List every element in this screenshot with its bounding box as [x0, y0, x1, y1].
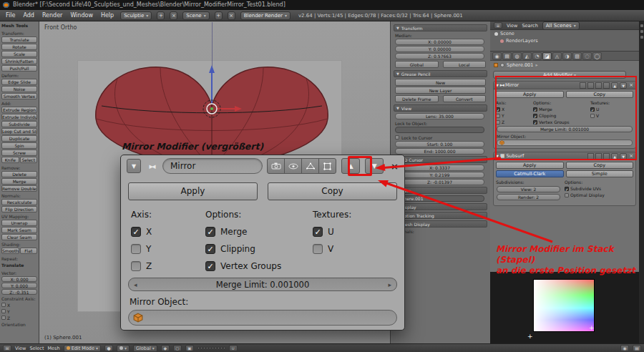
translate-button[interactable]: Translate: [1, 36, 37, 43]
merge-checkbox[interactable]: [205, 227, 215, 237]
spin-button[interactable]: Spin: [1, 142, 37, 149]
smooth-vertex-button[interactable]: Smooth Vertex: [1, 93, 37, 99]
knife-select-button[interactable]: Select: [20, 157, 38, 163]
render-engine-select[interactable]: Blender Render ▾: [240, 11, 291, 20]
mark-seam-button[interactable]: Mark Seam: [1, 227, 37, 233]
outliner-editor-icon[interactable]: ≡: [494, 22, 502, 29]
menu-render[interactable]: Render: [41, 12, 64, 19]
clip-start-slider[interactable]: Start: 0.100: [395, 141, 484, 147]
loop-cut-button[interactable]: Loop Cut and Slide: [1, 128, 37, 135]
screen-layout-select[interactable]: Sculptie ▾: [120, 11, 152, 20]
remove-doubles-button[interactable]: Remove Doubles: [1, 185, 37, 192]
axis-x-checkbox[interactable]: [131, 227, 141, 237]
viewport-toggle-icon[interactable]: [284, 158, 302, 174]
vertex-groups-checkbox[interactable]: [205, 261, 215, 271]
layers-grid[interactable]: [197, 347, 225, 349]
panel-header-translate[interactable]: Translate: [1, 262, 37, 269]
constraint-x-checkbox[interactable]: [1, 303, 6, 307]
apply-button[interactable]: Apply: [128, 182, 258, 200]
delete-scene-button[interactable]: ×: [228, 11, 235, 20]
simple-button[interactable]: Simple: [566, 170, 634, 177]
panel-header-mesh-display[interactable]: ▼Mesh Display: [394, 220, 487, 228]
outliner-row-scene[interactable]: Scene: [490, 30, 639, 37]
noise-button[interactable]: Noise: [1, 86, 37, 92]
copy-button[interactable]: Copy: [268, 182, 397, 200]
view-menu[interactable]: View: [15, 346, 26, 351]
delete-modifier-icon[interactable]: ×: [391, 161, 399, 172]
rotate-button[interactable]: Rotate: [1, 44, 37, 50]
transform-orientation-select[interactable]: Global ▾: [133, 345, 157, 352]
mode-select[interactable]: Edit Mode ▾: [64, 345, 101, 352]
render-level-slider[interactable]: Render: 2: [497, 194, 560, 200]
outliner-mode-select[interactable]: All Scenes ▾: [542, 21, 580, 30]
slider-right-icon[interactable]: ▸: [388, 281, 391, 288]
median-y-slider[interactable]: Y: 0.00000: [395, 46, 484, 52]
tab-texture[interactable]: ▨: [572, 52, 582, 60]
flip-direction-button[interactable]: Flip Direction: [1, 206, 37, 212]
viewport-shading-button[interactable]: ●: [104, 345, 113, 351]
editmode-toggle-icon[interactable]: [301, 158, 319, 174]
outliner-view-menu[interactable]: View: [507, 23, 517, 29]
item-name-field[interactable]: Sphere.001: [395, 195, 484, 202]
render-toggle-icon[interactable]: [267, 158, 285, 174]
local-button[interactable]: Local: [443, 61, 487, 68]
grease-new-button[interactable]: New: [395, 79, 486, 86]
unwrap-button[interactable]: Unwrap: [1, 220, 37, 226]
constraint-z-checkbox[interactable]: [1, 316, 6, 320]
copy-button[interactable]: Copy: [566, 162, 634, 169]
apply-button[interactable]: Apply: [496, 162, 564, 169]
cage-toggle-icon[interactable]: [318, 158, 336, 174]
scene-select[interactable]: Scene ▾: [182, 11, 209, 20]
select-menu[interactable]: Select: [29, 346, 44, 351]
panel-header-item[interactable]: ▼Item: [394, 187, 487, 194]
tab-world[interactable]: ◍: [512, 52, 522, 60]
menu-window[interactable]: Window: [69, 12, 94, 19]
tab-constraints[interactable]: ◔: [532, 52, 542, 60]
clipping-checkbox[interactable]: [205, 244, 215, 254]
manipulator-scale-icon[interactable]: ▣: [185, 345, 194, 351]
add-screen-button[interactable]: +: [157, 11, 165, 20]
vector-y-slider[interactable]: Y: 0.000: [1, 283, 37, 288]
median-z-slider[interactable]: Z: 0.57663: [395, 53, 484, 59]
panel-header-display[interactable]: ▸Display: [394, 203, 487, 210]
optimal-display-checkbox[interactable]: [565, 193, 569, 197]
scale-button[interactable]: Scale: [1, 51, 37, 57]
menu-help[interactable]: Help: [99, 12, 115, 19]
texture-v-checkbox[interactable]: [313, 244, 323, 254]
knife-button[interactable]: Knife: [1, 157, 19, 163]
recalculate-button[interactable]: Recalculate: [1, 199, 37, 205]
tab-render[interactable]: ◉: [492, 52, 502, 60]
manipulator-rotate-icon[interactable]: ○: [173, 345, 182, 351]
tab-object-data[interactable]: ◬: [552, 52, 562, 60]
axis-y-checkbox[interactable]: [131, 244, 141, 254]
lens-slider[interactable]: Lens: 35.000: [395, 113, 484, 119]
catmull-clark-button[interactable]: Catmull-Clark: [496, 170, 564, 177]
push-pull-button[interactable]: Push/Pull: [1, 65, 37, 72]
panel-header-transform[interactable]: ▼Transform: [394, 24, 487, 31]
tab-scene[interactable]: ▤: [502, 52, 512, 60]
vector-x-slider[interactable]: X: 0.000: [1, 276, 37, 282]
panel-header-3d-cursor[interactable]: ▼3D Cursor: [394, 156, 487, 163]
new-layer-button[interactable]: New Layer: [395, 87, 486, 94]
menu-file[interactable]: File: [4, 12, 16, 19]
delete-screen-button[interactable]: ×: [170, 11, 177, 20]
smooth-shading-button[interactable]: Smooth: [1, 248, 19, 254]
tab-physics[interactable]: ◯: [592, 52, 602, 60]
tab-object[interactable]: ◭: [522, 52, 532, 60]
panel-header-grease-pencil[interactable]: ▼Grease Pencil: [394, 70, 487, 77]
cursor-y-slider[interactable]: Y: 0.2199: [395, 172, 484, 178]
extrude-region-button[interactable]: Extrude Region: [1, 107, 37, 113]
delete-button[interactable]: Delete: [1, 171, 37, 177]
menu-add[interactable]: Add: [21, 12, 36, 19]
view-level-slider[interactable]: View: 2: [497, 186, 560, 192]
clear-seam-button[interactable]: Clear Seam: [1, 234, 37, 240]
mirror-object-field[interactable]: [128, 310, 397, 326]
edge-slide-button[interactable]: Edge Slide: [1, 79, 37, 85]
lock-to-cursor-checkbox[interactable]: [395, 135, 399, 140]
tab-material[interactable]: ◑: [562, 52, 572, 60]
vector-z-slider[interactable]: Z: -0.351: [1, 289, 37, 295]
heart-mesh[interactable]: [80, 62, 343, 169]
subdivide-uvs-checkbox[interactable]: [565, 187, 569, 191]
delete-frame-button[interactable]: Delete Frame: [395, 95, 439, 102]
render-anim-icon[interactable]: ▤: [633, 345, 641, 351]
